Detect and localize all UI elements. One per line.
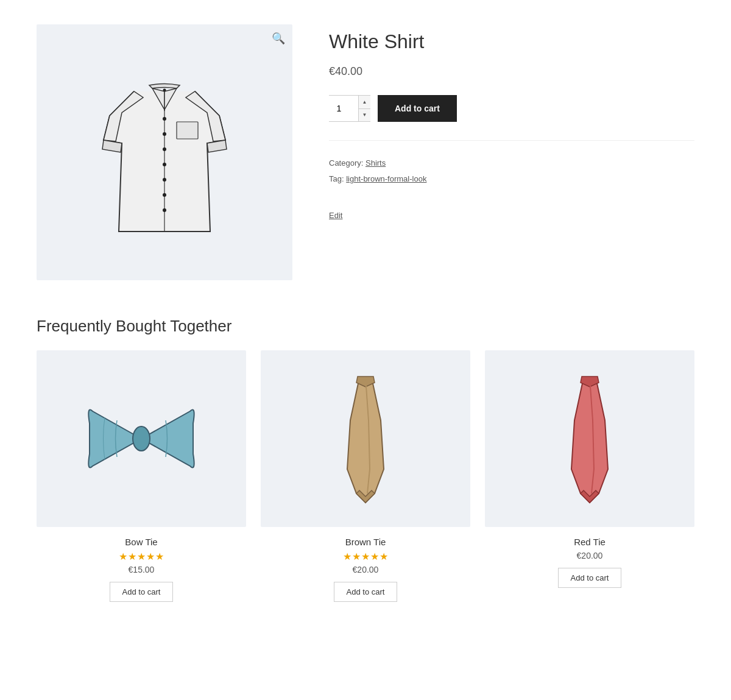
redtie-add-to-cart-button[interactable]: Add to cart [558,568,622,588]
browntie-name: Brown Tie [345,537,386,547]
svg-point-10 [133,426,150,451]
svg-point-8 [163,208,166,212]
redtie-price: €20.00 [577,551,603,560]
bowtie-image [80,399,202,478]
svg-point-7 [163,193,166,197]
redtie-name: Red Tie [574,537,606,547]
quantity-input[interactable] [329,96,358,121]
quantity-up-btn[interactable]: ▲ [358,96,370,109]
bowtie-price: €15.00 [129,565,155,574]
add-to-cart-row: ▲ ▼ Add to cart [329,95,694,122]
product-price: €40.00 [329,65,694,78]
browntie-price: €20.00 [353,565,379,574]
svg-point-2 [163,117,166,121]
quantity-wrapper: ▲ ▼ [329,95,370,122]
quantity-spinners: ▲ ▼ [358,96,370,121]
svg-point-6 [163,178,166,182]
products-grid: Bow Tie ★★★★★ €15.00 Add to cart [37,350,694,602]
product-image-container: 🔍 [37,24,292,280]
product-meta: Category: Shirts Tag: light-brown-formal… [329,140,694,224]
svg-point-3 [163,132,166,136]
bowtie-name: Bow Tie [125,537,157,547]
bowtie-add-to-cart-button[interactable]: Add to cart [110,582,174,602]
tag-label: Tag: [329,174,344,183]
browntie-image [338,372,393,506]
svg-point-5 [163,163,166,166]
bowtie-image-container [37,350,246,527]
tag-row: Tag: light-brown-formal-look [329,171,694,187]
browntie-add-to-cart-button[interactable]: Add to cart [334,582,398,602]
category-link[interactable]: Shirts [366,158,386,168]
redtie-image-container [485,350,694,527]
product-card-bowtie: Bow Tie ★★★★★ €15.00 Add to cart [37,350,246,602]
category-row: Category: Shirts [329,155,694,171]
svg-point-4 [163,147,166,151]
tag-link[interactable]: light-brown-formal-look [346,174,426,183]
category-label: Category: [329,158,363,168]
zoom-icon[interactable]: 🔍 [272,32,285,45]
product-section: 🔍 [37,24,694,280]
product-details: White Shirt €40.00 ▲ ▼ Add to cart Categ… [329,24,694,280]
browntie-image-container [261,350,470,527]
bowtie-stars: ★★★★★ [119,551,164,562]
quantity-down-btn[interactable]: ▼ [358,109,370,122]
section-title: Frequently Bought Together [37,317,694,336]
browntie-stars: ★★★★★ [343,551,389,562]
product-title: White Shirt [329,30,694,53]
product-card-redtie: Red Tie €20.00 Add to cart [485,350,694,602]
redtie-image [562,372,617,506]
add-to-cart-button[interactable]: Add to cart [378,95,457,122]
edit-link[interactable]: Edit [329,208,342,224]
svg-rect-0 [177,122,198,139]
frequently-bought-section: Frequently Bought Together [37,317,694,602]
product-card-browntie: Brown Tie ★★★★★ €20.00 Add to cart [261,350,470,602]
product-image [85,55,244,250]
svg-point-9 [163,89,166,92]
